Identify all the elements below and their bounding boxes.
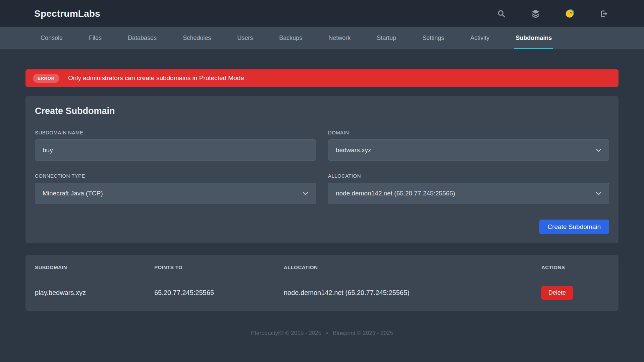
create-subdomain-button[interactable]: Create Subdomain (539, 220, 609, 234)
logout-icon[interactable] (599, 9, 609, 19)
header-subdomain: SUBDOMAIN (35, 264, 154, 277)
search-icon[interactable] (496, 9, 506, 19)
delete-button[interactable]: Delete (541, 286, 573, 300)
footer-blueprint-credit: Blueprint © 2023 - 2025 (333, 330, 393, 337)
subdomain-name-label: SUBDOMAIN NAME (35, 130, 316, 135)
subdomains-table-card: SUBDOMAIN POINTS TO ALLOCATION ACTIONS p… (25, 255, 619, 311)
cell-subdomain: play.bedwars.xyz (35, 289, 154, 297)
tab-console[interactable]: Console (39, 27, 64, 49)
allocation-field: ALLOCATION node.demon142.net (65.20.77.2… (328, 173, 609, 204)
card-title: Create Subdomain (35, 106, 609, 116)
domain-select-value: bedwars.xyz (336, 146, 371, 154)
tab-backups[interactable]: Backups (278, 27, 304, 49)
tab-activity[interactable]: Activity (469, 27, 491, 49)
domain-label: DOMAIN (328, 130, 609, 135)
footer-pterodactyl-credit: Pterodactyl® © 2015 - 2025 (251, 330, 321, 337)
footer-separator: • (326, 330, 328, 337)
form-actions: Create Subdomain (35, 220, 609, 234)
server-nav: Console Files Databases Schedules Users … (0, 27, 644, 49)
domain-field: DOMAIN bedwars.xyz (328, 130, 609, 161)
domain-select[interactable]: bedwars.xyz (328, 139, 609, 161)
subdomain-name-input[interactable] (35, 139, 316, 161)
table-row: play.bedwars.xyz 65.20.77.245:25565 node… (35, 277, 609, 300)
cell-points-to: 65.20.77.245:25565 (154, 289, 284, 297)
tab-network[interactable]: Network (327, 27, 352, 49)
tab-subdomains[interactable]: Subdomains (514, 27, 553, 49)
tab-databases[interactable]: Databases (126, 27, 158, 49)
header-allocation: ALLOCATION (284, 264, 541, 277)
allocation-select-value: node.demon142.net (65.20.77.245:25565) (336, 190, 455, 197)
user-avatar[interactable] (565, 9, 575, 19)
error-message: Only administrators can create subdomain… (68, 74, 244, 82)
footer: Pterodactyl® © 2015 - 2025 • Blueprint ©… (25, 330, 619, 337)
create-subdomain-card: Create Subdomain SUBDOMAIN NAME DOMAIN b… (25, 96, 619, 243)
top-bar-icons (496, 9, 609, 19)
error-alert: ERROR Only administrators can create sub… (25, 69, 619, 87)
connection-type-label: CONNECTION TYPE (35, 173, 316, 179)
tab-startup[interactable]: Startup (375, 27, 397, 49)
chevron-down-icon (596, 148, 601, 152)
chevron-down-icon (303, 192, 308, 195)
top-bar: SpectrumLabs (0, 0, 644, 27)
allocation-select[interactable]: node.demon142.net (65.20.77.245:25565) (328, 183, 609, 204)
subdomain-name-field: SUBDOMAIN NAME (35, 130, 316, 161)
connection-type-select-value: Minecraft Java (TCP) (43, 190, 103, 197)
table-header-row: SUBDOMAIN POINTS TO ALLOCATION ACTIONS (35, 264, 609, 277)
create-subdomain-form: SUBDOMAIN NAME DOMAIN bedwars.xyz CONNEC… (35, 130, 609, 204)
cell-allocation: node.demon142.net (65.20.77.245:25565) (284, 289, 541, 297)
brand-logo[interactable]: SpectrumLabs (34, 8, 100, 19)
header-actions: ACTIONS (541, 264, 609, 277)
layers-icon[interactable] (531, 9, 541, 19)
tab-users[interactable]: Users (236, 27, 254, 49)
allocation-label: ALLOCATION (328, 173, 609, 179)
main-content: ERROR Only administrators can create sub… (25, 69, 619, 337)
connection-type-select[interactable]: Minecraft Java (TCP) (35, 183, 316, 204)
tab-settings[interactable]: Settings (421, 27, 445, 49)
header-points-to: POINTS TO (154, 264, 284, 277)
tab-files[interactable]: Files (88, 27, 103, 49)
error-badge: ERROR (33, 74, 59, 83)
cell-actions: Delete (541, 286, 609, 300)
connection-type-field: CONNECTION TYPE Minecraft Java (TCP) (35, 173, 316, 204)
chevron-down-icon (596, 192, 601, 195)
page: SpectrumLabs (0, 0, 644, 337)
tab-schedules[interactable]: Schedules (181, 27, 212, 49)
